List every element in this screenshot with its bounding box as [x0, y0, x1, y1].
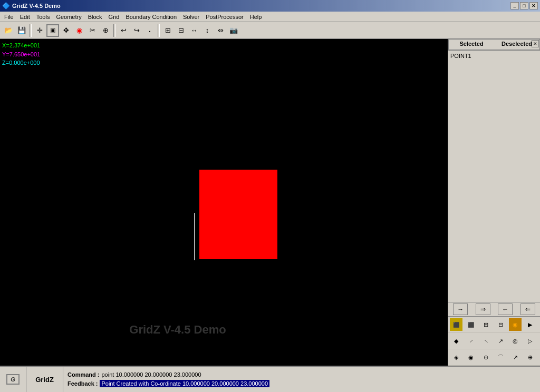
point-button[interactable]: ◉	[73, 24, 85, 37]
feedback-label: Feedback :	[68, 380, 98, 387]
feedback-value: Point Created with Co-ordinate 10.000000…	[100, 380, 269, 387]
arrow-left-button[interactable]: ←	[498, 303, 513, 315]
selected-list: POINT1	[448, 51, 540, 302]
icon-ring[interactable]: ◎	[508, 334, 522, 348]
icon-diamond[interactable]: ◆	[449, 334, 463, 348]
arrow-double-right-button[interactable]: ⇒	[476, 303, 490, 315]
arrow-row: → ⇒ ← ⇐	[448, 302, 540, 317]
status-app-name: GridZ	[26, 367, 63, 392]
icon-line1[interactable]: ⟋	[464, 334, 478, 348]
sep1	[30, 24, 32, 37]
icon-dot2[interactable]: ◉	[464, 350, 478, 364]
tool2-button[interactable]: ⊕	[99, 24, 112, 37]
arr1-button[interactable]: ↔	[188, 24, 200, 37]
icon-view2[interactable]: ⬛	[464, 318, 478, 331]
menu-geometry[interactable]: Geometry	[53, 12, 84, 22]
redo-button[interactable]: ↪	[130, 24, 143, 37]
icon-arrow1[interactable]: ↗	[494, 334, 507, 348]
list-item[interactable]: POINT1	[450, 53, 538, 59]
icon-tri2[interactable]: ▷	[523, 334, 537, 348]
sep3	[158, 24, 160, 37]
arr3-button[interactable]: ⇔	[214, 24, 227, 37]
menu-file[interactable]: File	[1, 12, 17, 22]
status-bar: G GridZ Command : point 10.000000 20.000…	[0, 366, 540, 392]
icon-grid3[interactable]: ⊞	[479, 318, 493, 331]
close-panel-button[interactable]: ✕	[532, 40, 539, 47]
coord-z: Z=0.000e+000	[2, 58, 40, 67]
watermark: GridZ V-4.5 Demo	[0, 323, 355, 337]
icon-line2[interactable]: ⟍	[479, 334, 493, 348]
icon-star[interactable]: ◈	[449, 350, 463, 364]
window-title: GridZ V-4.5 Demo	[12, 3, 510, 9]
icon-tri1[interactable]: ▶	[523, 318, 537, 331]
grid1-button[interactable]: ⊞	[161, 24, 174, 37]
menu-block[interactable]: Block	[85, 12, 105, 22]
menu-solver[interactable]: Solver	[180, 12, 202, 22]
crosshair-button[interactable]: ✛	[33, 24, 46, 37]
icon-circle2[interactable]: ⊙	[479, 350, 493, 364]
vertical-line	[194, 213, 195, 260]
command-label: Command :	[68, 371, 100, 378]
selection-panel: Selected Deselected ✕	[448, 39, 540, 51]
menu-help[interactable]: Help	[247, 12, 265, 22]
status-messages: Command : point 10.000000 20.000000 23.0…	[63, 367, 540, 392]
dot-button[interactable]: ·	[143, 24, 156, 37]
save-button[interactable]: 💾	[15, 24, 28, 37]
icon-circle1[interactable]: ◉	[508, 318, 522, 331]
icon-row-3: ◈ ◉ ⊙ ⌒ ↗ ⊕	[448, 349, 540, 366]
move-button[interactable]: ✥	[60, 24, 72, 37]
coords: X=2.374e+001 Y=7.650e+001 Z=0.000e+000	[2, 41, 40, 67]
undo-button[interactable]: ↩	[117, 24, 130, 37]
tool1-button[interactable]: ✂	[86, 24, 99, 37]
menu-boundary[interactable]: Boundary Condition	[122, 12, 180, 22]
feedback-row: Feedback : Point Created with Co-ordinat…	[68, 380, 536, 387]
icon-row-2: ◆ ⟋ ⟍ ↗ ◎ ▷	[448, 333, 540, 349]
icon-arc[interactable]: ⌒	[494, 350, 507, 364]
menu-postprocessor[interactable]: PostProcessor	[202, 12, 247, 22]
maximize-button[interactable]: □	[520, 2, 528, 9]
menu-edit[interactable]: Edit	[17, 12, 33, 22]
icon-row-1: ⬛ ⬛ ⊞ ⊟ ◉ ▶	[448, 317, 540, 333]
cam-button[interactable]: 📷	[227, 24, 240, 37]
minimize-button[interactable]: _	[510, 2, 519, 9]
command-value: point 10.000000 20.000000 23.000000	[102, 371, 201, 378]
close-button[interactable]: ✕	[529, 2, 538, 9]
sep2	[113, 24, 115, 37]
menu-tools[interactable]: Tools	[33, 12, 53, 22]
grid2-button[interactable]: ⊟	[175, 24, 187, 37]
menu-bar: File Edit Tools Geometry Block Grid Boun…	[0, 12, 540, 22]
red-rectangle	[199, 170, 277, 259]
window-controls: _ □ ✕	[510, 2, 538, 9]
coord-x: X=2.374e+001	[2, 41, 40, 50]
toolbar: 📂 💾 ✛ ▣ ✥ ◉ ✂ ⊕ ↩ ↪ · ⊞ ⊟ ↔ ↕ ⇔ 📷	[0, 22, 540, 39]
open-button[interactable]: 📂	[2, 24, 15, 37]
arrow-right-button[interactable]: →	[453, 303, 468, 315]
icon-view1[interactable]: ⬛	[449, 318, 463, 331]
right-panel: Selected Deselected ✕ POINT1 → ⇒ ← ⇐ ⬛ ⬛…	[448, 39, 540, 366]
viewport[interactable]: X=2.374e+001 Y=7.650e+001 Z=0.000e+000 G…	[0, 39, 448, 366]
title-bar: 🔷 GridZ V-4.5 Demo _ □ ✕	[0, 0, 540, 12]
selected-header: Selected	[448, 39, 494, 50]
icon-grid4[interactable]: ⊟	[494, 318, 507, 331]
status-app-icon: G	[0, 367, 26, 392]
select-box-button[interactable]: ▣	[46, 24, 59, 37]
command-row: Command : point 10.000000 20.000000 23.0…	[68, 371, 536, 378]
arr2-button[interactable]: ↕	[201, 24, 214, 37]
coord-y: Y=7.650e+001	[2, 50, 40, 59]
arrow-double-left-button[interactable]: ⇐	[520, 303, 535, 315]
icon-arrow2[interactable]: ↗	[508, 350, 522, 364]
menu-grid[interactable]: Grid	[105, 12, 123, 22]
icon-plus[interactable]: ⊕	[523, 350, 537, 364]
app-icon: 🔷	[2, 2, 10, 9]
main-area: X=2.374e+001 Y=7.650e+001 Z=0.000e+000 G…	[0, 39, 540, 366]
